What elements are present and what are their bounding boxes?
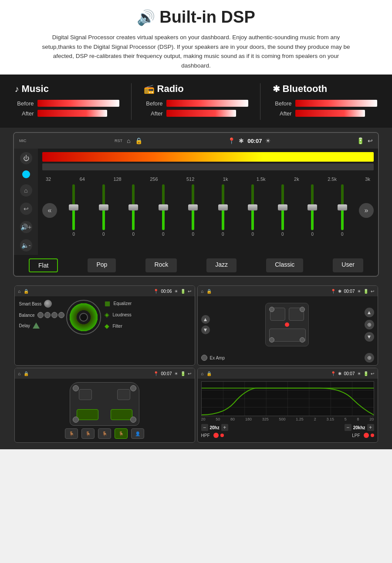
person-icon[interactable]: 👤	[131, 428, 144, 439]
target-icon[interactable]: ⊕	[365, 320, 374, 329]
mini-sun-icon-3: ☀	[174, 371, 178, 376]
lpf-plus-button[interactable]: +	[367, 424, 374, 431]
title-text: Built-in DSP	[159, 8, 255, 27]
seat-icon-4-active[interactable]: 🪑	[115, 428, 128, 439]
dsp-right-controls: ▦ Equalizer ◈ Loudness ◆ Filter	[105, 300, 132, 329]
divider-2	[260, 83, 260, 120]
dsp-music-column: ♪ Music Before After	[15, 83, 120, 120]
dsp-radio-column: 📻 Radio Before After	[144, 83, 249, 120]
car-bottom-icons: 🪑 🪑 🪑 🪑 👤	[65, 428, 144, 439]
lpf-type: LPF	[352, 433, 374, 438]
radio-before-bar	[166, 100, 249, 107]
hpf-plus-button[interactable]: +	[221, 424, 228, 431]
eq-next-button[interactable]: »	[359, 203, 374, 218]
fader-256[interactable]: 0	[158, 184, 169, 237]
aim-icon[interactable]: ⊕	[365, 353, 374, 363]
mini-topbar-4: ⌂ 🔒 📍 ✱ 00:07 ☀ 🔋 ↩	[198, 368, 378, 379]
header-description: Digital Signal Processor creates virtual…	[39, 33, 353, 70]
vol-up-button[interactable]: 🔊+	[20, 221, 32, 233]
fader-128[interactable]: 0	[128, 184, 139, 237]
lpf-minus-button[interactable]: −	[345, 424, 351, 431]
speaker-dot-rl[interactable]	[269, 337, 274, 343]
mini-topbar-3: ⌂ 🔒 📍 00:07 ☀ 🔋 ↩	[15, 368, 195, 379]
eq-active-dot[interactable]	[22, 170, 30, 178]
eq-bottom-controls: − 20hz + − 20khz +	[201, 424, 374, 431]
mini-lock-icon-4: 🔒	[206, 371, 212, 376]
quad-screens: ⌂ 🔒 📍 00:06 ☀ 🔋 ↩ Smart Bass Balance	[0, 283, 392, 449]
lpf-dot2	[371, 434, 374, 437]
preset-classic-button[interactable]: Classic	[266, 258, 303, 272]
speaker-dot-rr[interactable]	[300, 337, 305, 343]
eq-type-row: HPF LPF	[201, 433, 374, 438]
speaker-layout-content: ▲ ▼	[198, 296, 378, 353]
balance-control[interactable]	[37, 312, 64, 318]
preset-flat-button[interactable]: Flat	[29, 258, 58, 272]
back-side-button[interactable]: ↩	[20, 203, 32, 215]
fader-32[interactable]: 0	[68, 184, 79, 237]
fader-64[interactable]: 0	[98, 184, 109, 237]
mini-back-icon-3: ↩	[188, 371, 191, 376]
dsp-music-title: ♪ Music	[15, 83, 49, 95]
fader-512[interactable]: 0	[187, 184, 199, 237]
vol-down-button[interactable]: 🔈-	[20, 239, 32, 251]
mini-home-icon-4: ⌂	[201, 371, 204, 376]
car-speaker-br	[130, 417, 136, 423]
nav-up-button[interactable]: ▲	[201, 315, 210, 324]
fader-1k[interactable]: 0	[217, 184, 229, 237]
nav-down-button[interactable]: ▼	[201, 326, 210, 334]
speaker-icon: 🔊	[137, 9, 155, 26]
smart-bass-row: Smart Bass	[19, 300, 63, 308]
mini-topbar-left-2: ⌂ 🔒	[201, 289, 212, 294]
mini-sun-icon-2: ☀	[357, 289, 361, 294]
mini-gps-icon-3: 📍	[153, 371, 159, 376]
right-nav-down[interactable]: ▼	[365, 332, 374, 342]
preset-rock-button[interactable]: Rock	[145, 258, 177, 272]
car-layout-content: 🪑 🪑 🪑 🪑 👤	[15, 379, 195, 442]
preset-user-button[interactable]: User	[333, 258, 363, 272]
car-body-diagram	[265, 303, 309, 346]
speaker-dot-fr[interactable]	[300, 307, 305, 312]
fader-3k[interactable]: 0	[337, 184, 348, 237]
hpf-value: 20hz	[210, 425, 220, 430]
seat-icon-2[interactable]: 🪑	[81, 428, 95, 439]
power-button[interactable]: ⏻	[20, 152, 32, 164]
preset-jazz-button[interactable]: Jazz	[206, 258, 237, 272]
dsp-radio-title: 📻 Radio	[144, 83, 184, 95]
fader-2k[interactable]: 0	[277, 184, 288, 237]
lpf-label: LPF	[352, 433, 360, 438]
eq-faders: 0 0	[59, 184, 357, 237]
delay-triangle-icon[interactable]	[33, 322, 40, 329]
car-speaker-tr	[130, 385, 136, 391]
home-side-button[interactable]: ⌂	[20, 184, 32, 197]
right-nav-up[interactable]: ▲	[365, 308, 374, 317]
car-seat-rear-right	[111, 409, 132, 420]
seat-icon-3[interactable]: 🪑	[98, 428, 111, 439]
eq-graph-area	[201, 381, 374, 416]
smart-bass-knob[interactable]	[44, 300, 52, 308]
active-speaker-dot	[285, 322, 289, 327]
eq-prev-button[interactable]: «	[42, 203, 57, 218]
hpf-minus-button[interactable]: −	[201, 424, 208, 431]
mini-time-2: 00:07	[344, 289, 355, 294]
bluetooth-icon: ✱	[273, 84, 280, 94]
music-before-row: Before	[15, 100, 120, 107]
side-controls: ⏻ ⌂ ↩ 🔊+ 🔈-	[14, 149, 38, 255]
equalizer-icon: ▦	[105, 300, 110, 307]
music-disc	[66, 300, 101, 335]
bluetooth-after-bar	[295, 110, 378, 117]
preset-pop-button[interactable]: Pop	[88, 258, 116, 272]
car-speaker-tl	[73, 385, 79, 391]
radio-after-bar	[166, 110, 249, 117]
mini-screen-car-seats: ⌂ 🔒 📍 00:07 ☀ 🔋 ↩	[14, 368, 195, 443]
seat-icon-1[interactable]: 🪑	[65, 428, 78, 439]
bluetooth-status-icon: ✱	[239, 137, 244, 144]
eq-freq-labels: 20 50 80 180 325 500 1.25 2 3.15 5 8 20	[201, 416, 374, 422]
ex-amp-toggle[interactable]	[201, 355, 207, 361]
mini-topbar-left-3: ⌂ 🔒	[18, 371, 29, 376]
battery-icon: 🔋	[357, 137, 364, 144]
fader-1_5k[interactable]: 0	[247, 184, 258, 237]
divider-1	[131, 83, 132, 120]
hpf-dot	[213, 433, 219, 438]
fader-2_5k[interactable]: 0	[307, 184, 318, 237]
radio-icon: 📻	[144, 84, 155, 94]
